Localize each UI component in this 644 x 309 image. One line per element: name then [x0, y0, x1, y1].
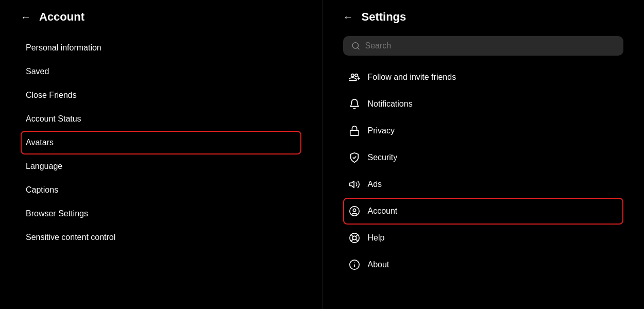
- left-panel: ← Account Personal information Saved Clo…: [0, 0, 322, 309]
- sidebar-item-avatars[interactable]: Avatars: [21, 131, 301, 154]
- settings-item-help[interactable]: Help: [343, 225, 624, 251]
- megaphone-icon: [348, 178, 361, 191]
- info-circle-icon: [348, 259, 361, 271]
- svg-line-9: [351, 235, 353, 237]
- search-icon: [351, 41, 360, 50]
- lock-icon: [348, 125, 361, 137]
- follow-icon: [348, 71, 361, 83]
- sidebar-item-account-status[interactable]: Account Status: [21, 107, 301, 131]
- svg-marker-4: [349, 181, 353, 188]
- settings-item-ads[interactable]: Ads: [343, 171, 624, 198]
- search-box[interactable]: [343, 36, 624, 56]
- svg-point-5: [349, 207, 359, 216]
- settings-item-about[interactable]: About: [343, 251, 624, 278]
- sidebar-item-sensitive-content[interactable]: Sensitive content control: [21, 226, 301, 249]
- settings-item-account[interactable]: Account: [343, 198, 624, 225]
- svg-point-6: [353, 209, 356, 212]
- bell-icon: [348, 98, 361, 110]
- right-panel: ← Settings Follow and invite friends: [322, 0, 645, 309]
- right-panel-title: Settings: [362, 10, 406, 24]
- svg-line-11: [355, 235, 358, 237]
- svg-rect-3: [350, 130, 359, 135]
- settings-item-privacy[interactable]: Privacy: [343, 117, 624, 144]
- user-circle-icon: [348, 205, 361, 217]
- left-menu-list: Personal information Saved Close Friends…: [21, 36, 301, 249]
- settings-item-security[interactable]: Security: [343, 144, 624, 171]
- sidebar-item-captions[interactable]: Captions: [21, 178, 301, 202]
- left-panel-title: Account: [39, 10, 84, 24]
- svg-line-12: [351, 239, 353, 242]
- settings-item-follow-invite[interactable]: Follow and invite friends: [343, 64, 624, 91]
- left-back-button[interactable]: ←: [21, 11, 31, 23]
- svg-line-1: [357, 47, 359, 49]
- lifebuoy-icon: [348, 232, 361, 244]
- right-panel-header: ← Settings: [343, 10, 624, 24]
- sidebar-item-saved[interactable]: Saved: [21, 60, 301, 83]
- shield-icon: [348, 151, 361, 164]
- svg-line-10: [355, 239, 358, 242]
- sidebar-item-browser-settings[interactable]: Browser Settings: [21, 202, 301, 226]
- sidebar-item-language[interactable]: Language: [21, 154, 301, 178]
- sidebar-item-close-friends[interactable]: Close Friends: [21, 83, 301, 107]
- search-input[interactable]: [365, 41, 615, 50]
- sidebar-item-personal-information[interactable]: Personal information: [21, 36, 301, 60]
- right-back-button[interactable]: ←: [343, 11, 353, 23]
- settings-item-notifications[interactable]: Notifications: [343, 91, 624, 117]
- left-panel-header: ← Account: [21, 10, 301, 24]
